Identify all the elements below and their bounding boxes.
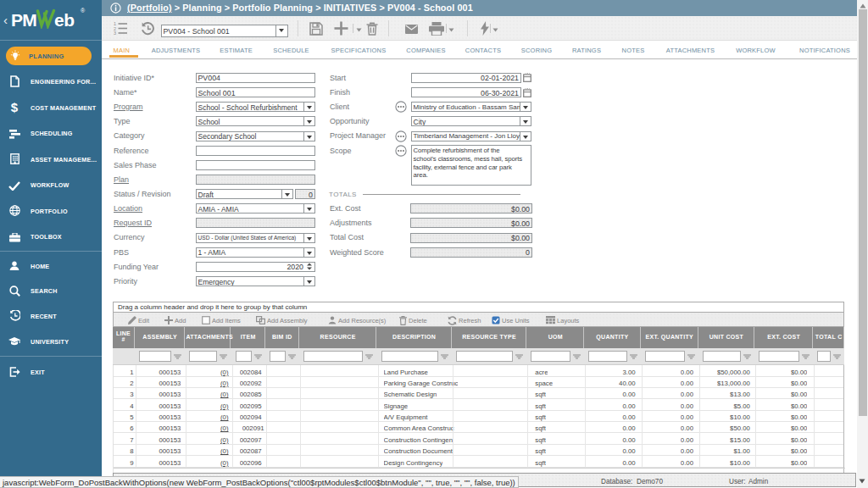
svg-text:3: 3 (114, 30, 116, 35)
svg-text:$: $ (11, 101, 19, 114)
